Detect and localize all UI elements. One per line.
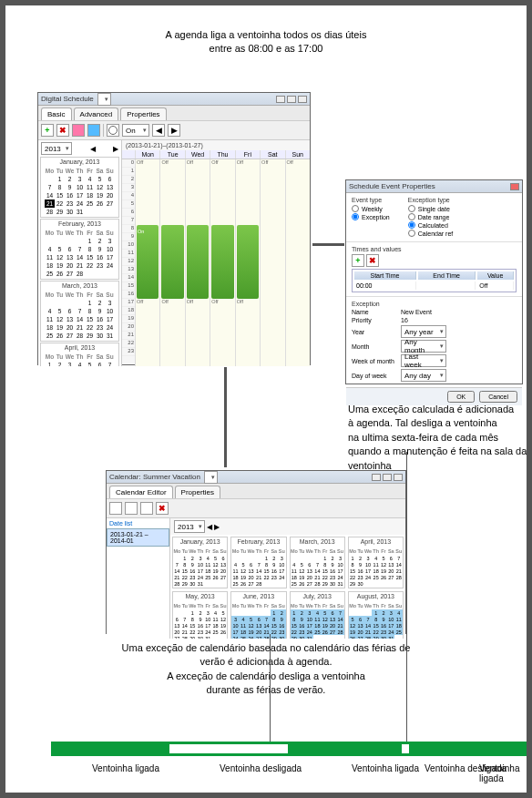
cal-year-select[interactable]: 2013 (174, 520, 205, 533)
table-row[interactable]: 00:00Off (354, 281, 514, 290)
excl-close[interactable] (510, 183, 519, 190)
wom-field[interactable]: Last week (401, 354, 446, 367)
hdr-wed: Wed (185, 150, 210, 159)
tab-advanced[interactable]: Advanced (74, 107, 119, 120)
month-field[interactable]: Any month (401, 340, 446, 353)
year-month-2[interactable]: March, 2013MoTuWeThFrSaSu123456789101112… (290, 537, 345, 588)
event-on[interactable]: On (137, 225, 159, 299)
diagram-frame: A agenda liga a ventoinha todos os dias … (0, 0, 532, 798)
save-icon[interactable] (87, 124, 100, 137)
maximize-button[interactable] (287, 96, 296, 103)
cal-delete-icon[interactable]: ✖ (156, 502, 169, 515)
calendar-tabs: Calendar Editor Properties (107, 484, 405, 498)
month-february[interactable]: February, 2013 MoTuWeThFrSaSu 123 456789… (40, 219, 119, 280)
cal-max[interactable] (383, 474, 392, 481)
exception-window: Schedule Event Properties Event type Wee… (345, 179, 523, 384)
add-icon[interactable]: + (41, 124, 54, 137)
schedule-toolbar: + ✖ On ◀ ▶ (38, 120, 310, 140)
year-month-3[interactable]: April, 2013MoTuWeThFrSaSu123456789101112… (348, 537, 404, 588)
radio-weekly[interactable]: Weekly (352, 205, 390, 212)
cal-year-prev[interactable]: ◀ (207, 523, 212, 531)
tab-calendar-properties[interactable]: Properties (175, 486, 220, 498)
radio-calculated[interactable]: Calculated (408, 221, 454, 229)
times-values-hdr: Times and values (352, 246, 517, 252)
col-sat[interactable]: Off (260, 159, 284, 366)
year-month-5[interactable]: June, 2013MoTuWeThFrSaSu1234567891011121… (230, 591, 286, 639)
date-list-hdr: Date list (107, 518, 169, 528)
cal-ico3[interactable] (140, 502, 153, 515)
timeline-off-maint (402, 744, 409, 753)
tick-exception (406, 452, 407, 742)
year-field[interactable]: Any year (401, 325, 446, 338)
dow-field[interactable]: Any day (401, 369, 446, 382)
next-icon[interactable]: ▶ (168, 124, 180, 137)
col-mon[interactable]: OffOnOff (135, 159, 159, 366)
radio-calendar[interactable]: Calendar ref (408, 230, 454, 237)
tab-properties[interactable]: Properties (120, 107, 166, 120)
exception-title: Schedule Event Properties (349, 182, 435, 190)
day-columns: OffOnOff OffOff OffOff OffOff OffOff Off… (135, 159, 310, 366)
tv-delete-icon[interactable]: ✖ (366, 254, 379, 267)
priority-value: 16 (401, 317, 408, 323)
schedule-titlebar: Digital Schedule (38, 93, 310, 106)
year-prev[interactable]: ◀ (90, 145, 96, 153)
date-list-item[interactable]: 2013-01-21 – 2014-01 (107, 528, 169, 547)
cal-year-next[interactable]: ▶ (214, 523, 220, 531)
tab-basic[interactable]: Basic (41, 107, 72, 120)
col-wed[interactable]: OffOff (185, 159, 210, 366)
calendar-jan: MoTuWeThFrSaSu 123456 78910111213 141516… (45, 167, 115, 216)
ok-button[interactable]: OK (447, 391, 475, 403)
cal-ico2[interactable] (125, 502, 138, 515)
schedule-tabs: Basic Advanced Properties (38, 106, 310, 120)
radio-range[interactable]: Date range (408, 213, 454, 220)
year-select[interactable]: 2013 (41, 142, 72, 155)
cal-min[interactable] (372, 474, 381, 481)
timeline-bar (51, 742, 532, 756)
col-fri[interactable]: OffOff (235, 159, 260, 366)
tab-calendar-editor[interactable]: Calendar Editor (109, 486, 173, 498)
schedule-body: 2013 ◀ ▶ January, 2013 MoTuWeThFrSaSu 12… (38, 140, 310, 366)
month-april[interactable]: April, 2013 MoTuWeThFrSaSu 1234567 89101… (40, 343, 119, 366)
month-label-jan: January, 2013 (41, 158, 118, 166)
prev-icon[interactable]: ◀ (152, 124, 165, 137)
schedule-title-dropdown[interactable] (97, 93, 111, 106)
year-month-0[interactable]: January, 2013MoTuWeThFrSaSu1234567891011… (172, 537, 228, 588)
date-range-label: (2013-01-21)–(2013-01-27) (122, 140, 310, 150)
on-select[interactable]: On (122, 124, 149, 137)
radio-single[interactable]: Single date (408, 205, 454, 212)
year-month-6[interactable]: July, 2013MoTuWeThFrSaSu1234567891011121… (290, 591, 345, 639)
year-month-1[interactable]: February, 2013MoTuWeThFrSaSu123456789101… (230, 537, 286, 588)
col-sun[interactable]: Off (285, 159, 310, 366)
cal-close[interactable] (394, 474, 403, 481)
calendar-title-dropdown[interactable] (204, 471, 218, 484)
month-march[interactable]: March, 2013 MoTuWeThFrSaSu 123 45678910 … (40, 281, 119, 342)
status-icon[interactable] (107, 124, 119, 137)
year-month-7[interactable]: August, 2013MoTuWeThFrSaSu12345678910111… (348, 591, 404, 639)
col-thu[interactable]: OffOff (210, 159, 234, 366)
wom-label: Week of month (352, 358, 397, 364)
calendar-window: Calendar: Summer Vacation Calendar Edito… (106, 470, 406, 634)
timeline-off-summer (169, 744, 288, 753)
hours-axis: 01234567891011121314151617181920212223 (122, 159, 135, 366)
radio-exception[interactable]: Exception (352, 213, 390, 220)
year-next[interactable]: ▶ (113, 145, 118, 153)
hdr-sun: Sun (285, 150, 310, 159)
schedule-title: Digital Schedule (41, 95, 94, 103)
month-january[interactable]: January, 2013 MoTuWeThFrSaSu 123456 7891… (40, 157, 119, 218)
month-label-apr: April, 2013 (41, 343, 118, 352)
cancel-button[interactable]: Cancel (479, 391, 517, 403)
exception-type-hdr: Exception type (408, 197, 454, 203)
tick-calendar (270, 634, 271, 742)
tv-add-icon[interactable]: + (352, 254, 364, 267)
edit-icon[interactable] (72, 124, 85, 137)
close-button[interactable] (298, 96, 307, 103)
cal-ico1[interactable] (109, 502, 122, 515)
tl-label-on2: Ventoinha ligada (352, 763, 419, 773)
calendar-title: Calendar: Summer Vacation (109, 473, 200, 481)
minimize-button[interactable] (276, 96, 285, 103)
col-tue[interactable]: OffOff (159, 159, 184, 366)
year-month-4[interactable]: May, 2013MoTuWeThFrSaSu12345678910111213… (172, 591, 228, 639)
hdr-mon: Mon (135, 150, 159, 159)
exception-details: Exception NameNew Event Priority16 YearA… (346, 296, 522, 387)
delete-icon[interactable]: ✖ (56, 124, 69, 137)
